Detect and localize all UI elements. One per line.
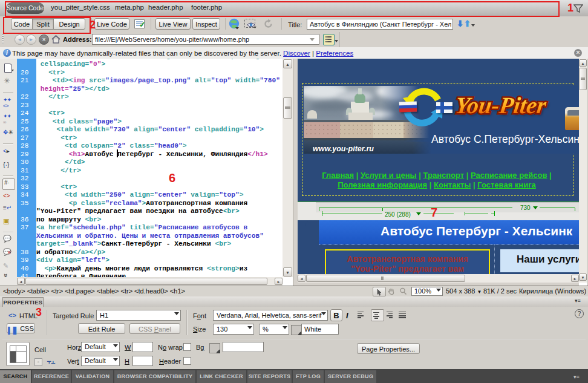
svg-text:250 (288): 250 (288) (385, 211, 411, 218)
svg-text:730: 730 (520, 205, 531, 211)
